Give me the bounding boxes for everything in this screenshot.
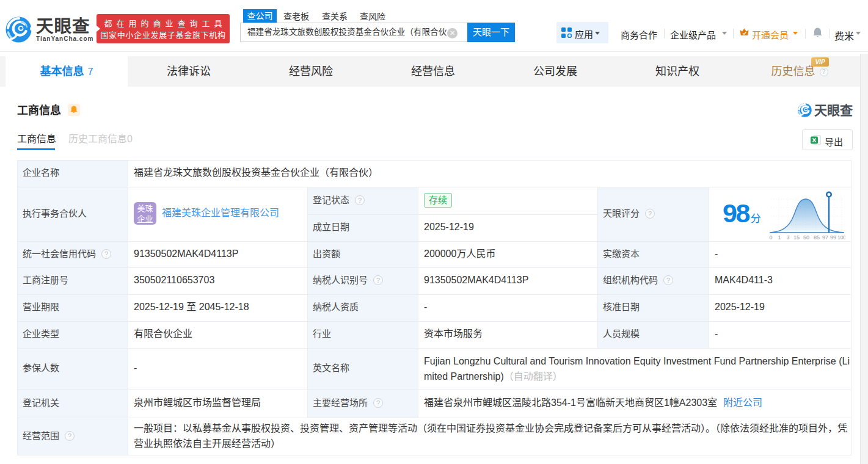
svg-text:85: 85: [814, 234, 820, 240]
svg-text:50: 50: [803, 234, 809, 240]
svg-text:99: 99: [830, 234, 836, 240]
svg-text:15: 15: [793, 234, 800, 240]
svg-text:1: 1: [778, 234, 781, 240]
svg-text:97: 97: [822, 234, 828, 240]
svg-text:3: 3: [786, 234, 789, 240]
svg-text:0: 0: [769, 234, 772, 240]
svg-text:100: 100: [837, 234, 845, 240]
